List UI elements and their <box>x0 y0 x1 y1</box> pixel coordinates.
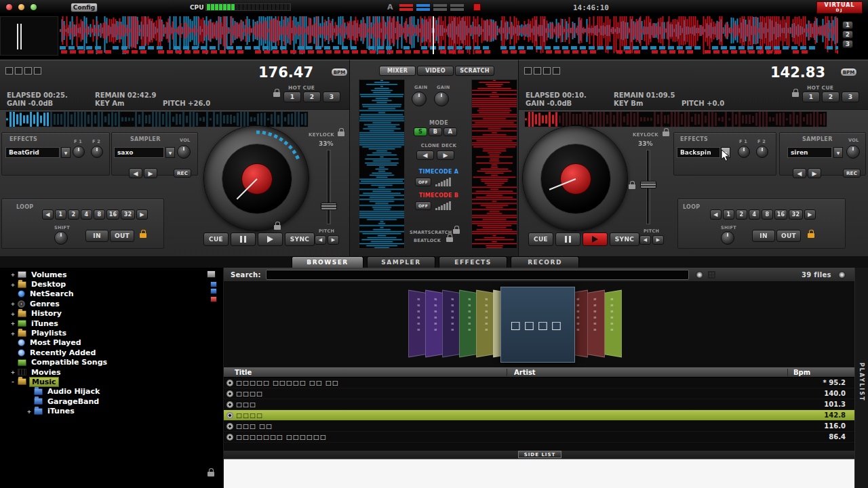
scratch-wave-deck-a[interactable] <box>359 79 405 249</box>
pitch-bend-plus-button[interactable]: ▶ <box>652 235 664 245</box>
sidebar-item-compatible-songs[interactable]: Compatible Songs <box>1 358 205 367</box>
deck-b-play-button[interactable] <box>583 232 608 246</box>
deck-a-sample-dropdown-icon[interactable]: ▼ <box>165 147 175 158</box>
keylock-lock-icon[interactable] <box>338 131 344 136</box>
deck-a-cue-button[interactable]: CUE <box>203 232 229 246</box>
keylock-lock-icon[interactable] <box>663 131 669 136</box>
gain-a-knob[interactable] <box>412 92 427 106</box>
deck-a-play-button[interactable] <box>258 232 283 246</box>
deck-a-jog-wheel[interactable] <box>203 125 309 231</box>
expander[interactable]: + <box>8 281 18 288</box>
timecode-a-off-button[interactable]: OFF <box>415 178 431 186</box>
sidebar-item-garageband[interactable]: GarageBand <box>1 396 205 406</box>
deck-b-effect-select[interactable]: Backspin <box>677 147 720 158</box>
loop-4-button[interactable]: 4 <box>81 209 92 220</box>
hot-cue-1-button[interactable]: 1 <box>283 92 301 102</box>
hot-cue-lock-icon[interactable] <box>273 92 280 97</box>
sidebar-item-itunes-sub[interactable]: +iTunes <box>1 406 205 415</box>
sidebar-item-movies[interactable]: +Movies <box>1 367 205 377</box>
loop-lock-icon[interactable] <box>140 233 146 238</box>
expander[interactable]: + <box>8 369 18 375</box>
deck-b-sync-button[interactable]: SYNC <box>610 232 639 246</box>
fx1-knob[interactable] <box>738 146 750 158</box>
netsearch-video-icon[interactable] <box>210 288 217 294</box>
table-row[interactable]: □□□101.3 <box>224 399 854 410</box>
table-row[interactable]: □□□ □□116.0 <box>224 421 854 432</box>
pitch-lock-icon[interactable] <box>629 184 635 189</box>
loop-16-button[interactable]: 16 <box>774 209 787 220</box>
sidebar-item-recently-added[interactable]: Recently Added <box>1 348 205 357</box>
beatlock-lock-icon[interactable] <box>446 237 453 242</box>
waveform-zoom-3-button[interactable]: 3 <box>842 40 853 48</box>
scratch-wave-deck-b[interactable] <box>471 79 517 249</box>
sidebar-item-music[interactable]: -Music <box>1 377 205 386</box>
cue-slot-icon[interactable] <box>553 67 560 75</box>
column-title[interactable]: Title <box>224 369 507 376</box>
column-artist[interactable]: Artist <box>507 369 788 376</box>
config-button[interactable]: Config <box>71 3 98 12</box>
waveform-zoom-1-button[interactable]: 1 <box>842 21 853 29</box>
album-cover[interactable] <box>603 290 622 358</box>
expander[interactable]: + <box>8 300 18 307</box>
tab-record[interactable]: RECORD <box>511 256 579 268</box>
loop-16-button[interactable]: 16 <box>106 209 119 220</box>
cue-slot-icon[interactable] <box>24 67 32 75</box>
deck-a-pitch-slider-track[interactable] <box>327 150 331 224</box>
sampler-volume-knob[interactable] <box>846 145 860 159</box>
deck-b-sample-select[interactable]: siren <box>787 147 832 158</box>
close-window-icon[interactable] <box>5 3 13 11</box>
minimize-window-icon[interactable] <box>18 3 25 11</box>
mode-backspin-button[interactable]: B <box>429 127 442 136</box>
sample-rec-button[interactable]: REC <box>843 169 861 178</box>
sample-next-button[interactable]: ▶ <box>808 168 821 178</box>
deck-b-cue-button[interactable]: CUE <box>528 232 553 246</box>
sidebar-item-playlists[interactable]: +Playlists <box>1 328 205 338</box>
loop-4-button[interactable]: 4 <box>749 209 760 220</box>
loop-32-button[interactable]: 32 <box>789 209 803 220</box>
fx2-knob[interactable] <box>756 146 768 158</box>
sidebar-item-itunes[interactable]: +iTunes <box>1 319 205 328</box>
clone-to-deck-a-button[interactable]: ◀ <box>416 150 434 160</box>
loop-in-button[interactable]: IN <box>85 230 108 242</box>
expander[interactable]: + <box>8 330 18 337</box>
table-row[interactable]: □□□□□ □□□□□ □□ □□* 95.2 <box>224 378 854 388</box>
tab-scratch[interactable]: SCRATCH <box>455 66 494 76</box>
sample-prev-button[interactable]: ◀ <box>793 168 806 178</box>
hot-cue-3-button[interactable]: 3 <box>842 92 859 102</box>
side-list-button[interactable]: SIDE LIST <box>518 451 561 458</box>
deck-b-pause-button[interactable] <box>555 232 580 246</box>
tab-mixer[interactable]: MIXER <box>379 66 416 76</box>
cue-slot-icon[interactable] <box>15 67 22 75</box>
sidebar-item-most-played[interactable]: Most Played <box>1 338 205 348</box>
clone-to-deck-b-button[interactable]: ▶ <box>437 150 454 160</box>
pitch-lock-icon[interactable] <box>274 225 281 230</box>
smartscratch-lock-icon[interactable] <box>453 229 460 234</box>
loop-1-button[interactable]: 1 <box>55 209 66 220</box>
deck-a-pause-button[interactable] <box>231 232 256 246</box>
album-cover[interactable] <box>586 290 605 358</box>
record-indicator-icon[interactable] <box>473 3 481 11</box>
pitch-bend-minus-button[interactable]: ◀ <box>639 235 651 245</box>
zoom-window-icon[interactable] <box>30 3 37 11</box>
waveform-zoom-2-button[interactable]: 2 <box>842 30 853 39</box>
coverflow-center-cover[interactable]: □□□□ <box>500 287 575 363</box>
tab-sampler[interactable]: SAMPLER <box>367 256 435 268</box>
tab-video[interactable]: VIDEO <box>417 66 454 76</box>
deck-a-effect-select[interactable]: BeatGrid <box>5 147 60 158</box>
genres-badge-icon[interactable] <box>210 296 217 302</box>
sidebar-item-desktop[interactable]: +Desktop <box>1 279 205 289</box>
loop-32-button[interactable]: 32 <box>121 209 135 220</box>
sample-prev-button[interactable]: ◀ <box>129 168 142 178</box>
expander[interactable]: + <box>8 320 18 327</box>
hot-cue-2-button[interactable]: 2 <box>822 92 840 102</box>
sidebar-item-netsearch[interactable]: NetSearch <box>1 289 205 299</box>
cue-slot-icon[interactable] <box>5 67 13 75</box>
mode-absolute-button[interactable]: A <box>443 127 457 136</box>
sidebar-item-history[interactable]: +History <box>1 309 205 319</box>
loop-lock-icon[interactable] <box>808 233 814 238</box>
hot-cue-3-button[interactable]: 3 <box>323 92 340 102</box>
hot-cue-2-button[interactable]: 2 <box>303 92 321 102</box>
playlist-panel-strip[interactable]: PLAYLIST <box>854 268 868 488</box>
loop-in-button[interactable]: IN <box>752 230 775 242</box>
loop-out-button[interactable]: OUT <box>110 230 134 242</box>
